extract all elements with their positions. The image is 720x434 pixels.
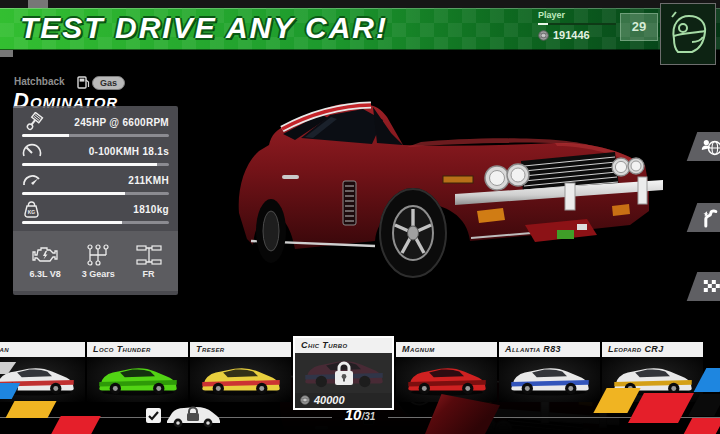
- topspeed-icon: [22, 172, 42, 188]
- multiplayer-icon: [701, 138, 720, 156]
- gearbox-spec-label: 3 Gears: [82, 269, 115, 279]
- race-button[interactable]: [687, 272, 720, 301]
- car-stats-panel: 245HP @ 6600RPM 0-100KMH 18.1s 211KMH: [13, 106, 178, 295]
- stat-power-value: 245HP @ 6600RPM: [74, 117, 169, 128]
- coin-icon: [538, 30, 549, 41]
- engine-spec: 6.3L V8: [29, 244, 60, 279]
- lock-overlay: [295, 353, 392, 393]
- car-tile-name: Magnum: [396, 342, 497, 357]
- engine-icon: [32, 244, 58, 266]
- car-tile-loco-thunder[interactable]: Loco Thunder: [87, 342, 188, 402]
- car-tile-chic-turbo-selected[interactable]: Chic Turbo 40000: [293, 336, 394, 410]
- car-tile-name: Leopard CRJ: [602, 342, 703, 357]
- car-price: 40000: [295, 393, 392, 408]
- car-tile-name: Loco Thunder: [87, 342, 188, 357]
- gearbox-icon: [86, 244, 110, 266]
- stat-weight-value: 1810kg: [133, 204, 169, 215]
- car-thumb: [197, 363, 285, 397]
- player-credits: 191446: [538, 29, 590, 41]
- checkmark-icon: [148, 411, 159, 421]
- stat-row-power: 245HP @ 6600RPM: [13, 108, 178, 137]
- drivetrain-panel: 6.3L V8 3 Gears FR: [13, 231, 178, 291]
- deco-yellow: [5, 401, 56, 418]
- car-tile-treser[interactable]: Treser: [190, 342, 291, 402]
- drivetrain-spec-label: FR: [143, 269, 155, 279]
- car-tile-name: ahan: [0, 342, 85, 357]
- car-thumb: [403, 363, 491, 397]
- credits-value: 191446: [553, 29, 590, 41]
- locked-cars-filter-checkbox[interactable]: [146, 408, 161, 423]
- deco-red-right-bottom: [684, 418, 720, 434]
- svg-text:KG: KG: [28, 208, 36, 214]
- deco-red: [51, 416, 101, 434]
- car-tile-magnum[interactable]: Magnum: [396, 342, 497, 402]
- stat-acceleration-value: 0-100KMH 18.1s: [89, 146, 169, 157]
- car-class-label: Hatchback: [14, 76, 65, 87]
- profile-button[interactable]: [660, 3, 716, 65]
- car-tile-name: Allantia R83: [499, 342, 600, 357]
- track-icon: [702, 208, 720, 228]
- locked-cars-icon: [165, 404, 221, 428]
- car-price-value: 40000: [314, 394, 345, 406]
- car-thumb: [506, 363, 594, 397]
- top-strip: [0, 0, 720, 8]
- gearbox-spec: 3 Gears: [82, 244, 115, 279]
- locked-cars-filter-button[interactable]: [165, 404, 221, 432]
- weight-icon: KG: [22, 200, 41, 219]
- counter-total: /31: [361, 411, 375, 422]
- speedometer-icon: [22, 142, 42, 160]
- multiplayer-button[interactable]: [687, 132, 720, 161]
- drivetrain-icon: [136, 244, 162, 266]
- drivetrain-spec: FR: [136, 244, 162, 279]
- stat-topspeed-value: 211KMH: [128, 175, 169, 186]
- player-name-label: Player: [538, 10, 565, 20]
- coin-icon: [300, 395, 310, 405]
- car-tile-name: Chic Turbo: [295, 338, 392, 353]
- piston-icon: [22, 112, 44, 132]
- car-tile-allantia-r83[interactable]: Allantia R83: [499, 342, 600, 402]
- helmet-icon: [666, 9, 710, 59]
- car-thumb: [94, 363, 182, 397]
- car-tile-name: Treser: [190, 342, 291, 357]
- player-level-badge: 29: [620, 13, 658, 41]
- stat-row-topspeed: 211KMH: [13, 166, 178, 195]
- checkered-flag-icon: [703, 279, 720, 295]
- engine-spec-label: 6.3L V8: [29, 269, 60, 279]
- player-xp-bar: [538, 23, 616, 25]
- stat-row-weight: KG 1810kg: [13, 195, 178, 224]
- stat-row-acceleration: 0-100KMH 18.1s: [13, 137, 178, 166]
- lock-icon: [333, 360, 355, 387]
- career-track-button[interactable]: [687, 203, 720, 232]
- promo-banner-title: TEST DRIVE ANY CAR!: [20, 11, 388, 45]
